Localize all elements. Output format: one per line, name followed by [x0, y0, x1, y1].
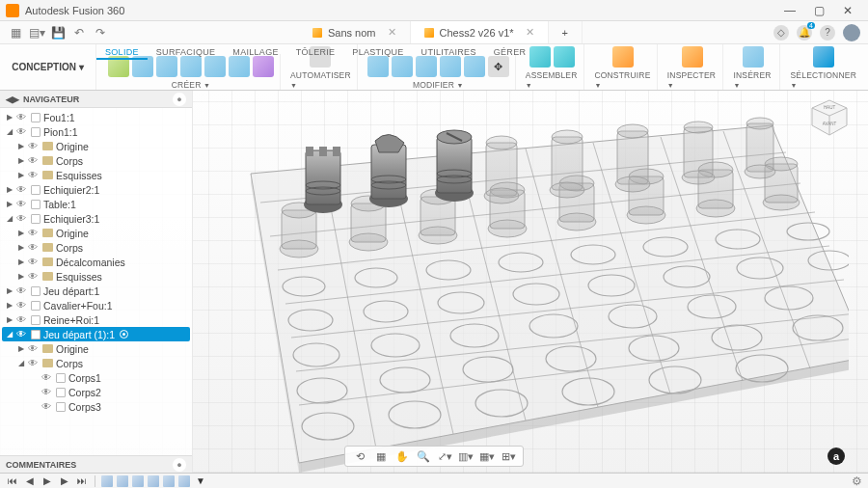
ribbon-tab-sheetmetal[interactable]: TÔLERIE	[287, 44, 344, 60]
timeline-next-button[interactable]: ▶	[58, 474, 71, 488]
timeline-marker[interactable]: ▼	[194, 474, 207, 488]
document-tab[interactable]: Chess2 v26 v1* ✕	[411, 21, 549, 43]
collapse-icon[interactable]: ◀▶	[6, 95, 19, 104]
expand-icon[interactable]: ▶	[6, 315, 14, 324]
timeline-start-button[interactable]: ⏮	[6, 474, 19, 488]
tree-node[interactable]: ▶👁Origine	[2, 341, 190, 356]
asbuilt-joint-icon[interactable]	[554, 46, 575, 68]
save-button[interactable]: 💾	[50, 25, 66, 41]
document-tab[interactable]: Sans nom ✕	[299, 21, 411, 43]
minimize-button[interactable]: —	[775, 1, 804, 20]
comments-header[interactable]: COMMENTAIRES ●	[0, 455, 192, 473]
insert-icon[interactable]	[743, 46, 764, 68]
maximize-button[interactable]: ▢	[804, 1, 833, 20]
timeline-feature[interactable]	[101, 475, 113, 487]
expand-icon[interactable]: ▶	[17, 229, 25, 237]
tree-node[interactable]: ▶👁Origine	[2, 226, 190, 240]
tree-node[interactable]: ▶👁Esquisses	[2, 269, 190, 284]
tree-node[interactable]: ◢👁Jeu départ (1):1	[2, 327, 190, 341]
timeline-end-button[interactable]: ⏭	[75, 474, 89, 488]
tree-node[interactable]: ▶👁Reine+Roi:1	[2, 312, 190, 327]
tree-node[interactable]: 👁Corps1	[2, 370, 190, 385]
tree-node[interactable]: ▶👁Echiquier2:1	[2, 182, 190, 197]
expand-icon[interactable]: ▶	[6, 286, 14, 295]
ribbon-tab-mesh[interactable]: MAILLAGE	[224, 44, 286, 60]
visibility-icon[interactable]: 👁	[28, 170, 40, 180]
browser-header[interactable]: ◀▶ NAVIGATEUR ●	[0, 91, 192, 108]
redo-button[interactable]: ↷	[93, 25, 108, 41]
visibility-icon[interactable]: 👁	[28, 358, 40, 368]
tree-node[interactable]: 👁Corps2	[2, 385, 190, 399]
expand-icon[interactable]: ◢	[6, 214, 14, 223]
tab-close-icon[interactable]: ✕	[526, 26, 534, 39]
visibility-icon[interactable]: 👁	[28, 228, 40, 238]
expand-icon[interactable]: ▶	[6, 200, 14, 208]
tree-node[interactable]: ▶👁Jeu départ:1	[2, 284, 190, 298]
file-menu-button[interactable]: ▤▾	[29, 25, 44, 41]
timeline-play-button[interactable]: ▶	[41, 474, 54, 488]
visibility-icon[interactable]: 👁	[16, 300, 28, 311]
ribbon-tab-utilities[interactable]: UTILITAIRES	[413, 44, 485, 60]
timeline-settings-icon[interactable]: ⚙	[852, 474, 862, 488]
ribbon-tab-plastic[interactable]: PLASTIQUE	[343, 44, 412, 60]
tree-node[interactable]: ▶👁Origine	[2, 139, 190, 153]
expand-icon[interactable]: ◢	[6, 127, 14, 136]
active-component-icon[interactable]	[120, 330, 128, 339]
tab-close-icon[interactable]: ✕	[388, 26, 396, 39]
extensions-button[interactable]: ◇	[773, 25, 789, 41]
visibility-icon[interactable]: 👁	[28, 343, 40, 354]
expand-icon[interactable]: ▶	[17, 171, 25, 179]
group-label[interactable]: ASSEMBLER ▼	[526, 70, 579, 90]
expand-icon[interactable]: ▶	[6, 185, 14, 194]
expand-icon[interactable]: ▶	[17, 258, 25, 266]
ribbon-tab-solid[interactable]: SOLIDE	[96, 44, 148, 60]
user-avatar[interactable]	[843, 24, 860, 41]
visibility-icon[interactable]: 👁	[28, 271, 40, 282]
help-button[interactable]: ?	[820, 25, 835, 41]
visibility-icon[interactable]: 👁	[41, 387, 53, 397]
group-label[interactable]: INSPECTER ▼	[667, 70, 718, 90]
browser-tree[interactable]: ▶👁Fou1:1◢👁Pion1:1▶👁Origine▶👁Corps▶👁Esqui…	[0, 108, 192, 455]
autodesk-icon[interactable]: a	[827, 447, 845, 465]
pan-button[interactable]: ✋	[393, 447, 411, 465]
orbit-button[interactable]: ⟲	[351, 447, 368, 465]
timeline-feature[interactable]	[178, 475, 190, 487]
ribbon-tab-manage[interactable]: GÉRER	[485, 44, 535, 60]
expand-icon[interactable]: ▶	[17, 156, 25, 165]
visibility-icon[interactable]: 👁	[16, 314, 28, 325]
display-button[interactable]: ▥▾	[457, 447, 475, 465]
visibility-icon[interactable]: 👁	[41, 372, 53, 383]
undo-button[interactable]: ↶	[71, 25, 87, 41]
browser-options-icon[interactable]: ●	[173, 93, 186, 106]
visibility-icon[interactable]: 👁	[16, 213, 28, 224]
group-label[interactable]: CONSTRUIRE ▼	[594, 70, 650, 90]
timeline-feature[interactable]	[163, 475, 175, 487]
expand-icon[interactable]: ▶	[17, 344, 25, 353]
visibility-icon[interactable]: 👁	[16, 184, 28, 195]
grid-button[interactable]: ▦▾	[478, 447, 496, 465]
expand-icon[interactable]: ▶	[17, 272, 25, 281]
visibility-icon[interactable]: 👁	[16, 112, 28, 122]
group-label[interactable]: MODIFIER ▼	[413, 80, 464, 90]
plane-icon[interactable]	[612, 46, 634, 68]
select-icon[interactable]	[813, 46, 834, 68]
measure-icon[interactable]	[682, 46, 703, 68]
timeline-prev-button[interactable]: ◀	[23, 474, 37, 488]
tree-node[interactable]: ▶👁Décalcomanies	[2, 255, 190, 269]
visibility-icon[interactable]: 👁	[16, 126, 28, 137]
visibility-icon[interactable]: 👁	[28, 257, 40, 267]
group-label[interactable]: CRÉER ▼	[172, 80, 210, 90]
group-label[interactable]: AUTOMATISER ▼	[290, 70, 351, 90]
visibility-icon[interactable]: 👁	[28, 141, 40, 151]
new-tab-button[interactable]: +	[549, 21, 583, 43]
visibility-icon[interactable]: 👁	[28, 242, 40, 253]
expand-icon[interactable]: ▶	[17, 243, 25, 252]
view-cube[interactable]: HAUT AVANT	[808, 96, 851, 139]
tree-node[interactable]: ▶👁Corps	[2, 240, 190, 255]
timeline-feature[interactable]	[117, 475, 128, 487]
tree-node[interactable]: ◢👁Pion1:1	[2, 124, 190, 139]
timeline-feature[interactable]	[132, 475, 144, 487]
notifications-button[interactable]: 🔔4	[797, 25, 812, 41]
expand-icon[interactable]: ◢	[6, 330, 14, 339]
data-panel-button[interactable]: ▦	[8, 25, 23, 41]
